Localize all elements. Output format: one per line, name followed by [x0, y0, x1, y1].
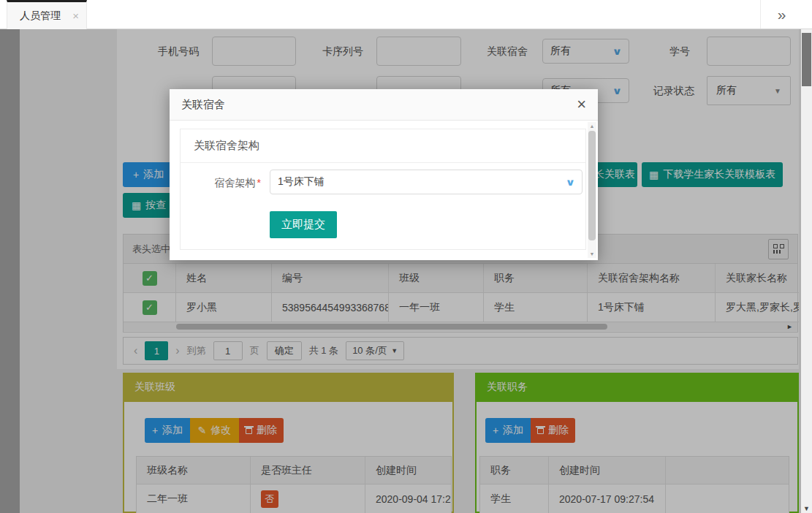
page-scrollbar[interactable]: ▼ [801, 29, 812, 513]
assoc-dorm-modal: 关联宿舍 × 关联宿舍架构 宿舍架构* 1号床下铺 ∨ 立即提交 ▲ ▼ [170, 89, 598, 260]
submit-button[interactable]: 立即提交 [270, 211, 337, 238]
dorm-structure-label-text: 宿舍架构 [215, 177, 256, 189]
dorm-structure-label: 宿舍架构* [191, 177, 261, 190]
modal-scrollbar[interactable]: ▲ ▼ [588, 122, 596, 258]
modal-body: 关联宿舍架构 宿舍架构* 1号床下铺 ∨ 立即提交 ▲ ▼ [170, 121, 598, 259]
modal-header: 关联宿舍 × [170, 89, 598, 121]
double-chevron-right-icon: » [778, 6, 785, 23]
dorm-structure-value: 1号床下铺 [278, 175, 325, 189]
tab-bar: 人员管理 × » [0, 0, 812, 29]
scroll-down-icon[interactable]: ▼ [801, 505, 812, 512]
modal-scrollbar-thumb[interactable] [588, 131, 596, 240]
modal-title: 关联宿舍 [181, 98, 225, 112]
expand-tabs-button[interactable]: » [760, 0, 801, 28]
tab-personnel-management[interactable]: 人员管理 × [7, 0, 87, 29]
scroll-up-icon[interactable]: ▲ [588, 123, 596, 129]
close-icon[interactable]: × [577, 96, 586, 113]
required-mark: * [257, 177, 261, 189]
modal-section-title: 关联宿舍架构 [181, 129, 585, 163]
page-scrollbar-thumb[interactable] [802, 33, 811, 86]
close-icon[interactable]: × [72, 10, 79, 22]
modal-section: 关联宿舍架构 宿舍架构* 1号床下铺 ∨ 立即提交 [180, 129, 586, 250]
chevron-down-icon: ∨ [566, 177, 576, 188]
personnel-management-screen: 人员管理 × » 手机号码 卡序列号 关联宿舍 所有 ∨ 学号 所有 ∨ 记录状… [0, 0, 812, 513]
scroll-down-icon[interactable]: ▼ [588, 251, 596, 256]
tab-label: 人员管理 [20, 10, 68, 23]
dorm-structure-select[interactable]: 1号床下铺 ∨ [270, 170, 583, 194]
